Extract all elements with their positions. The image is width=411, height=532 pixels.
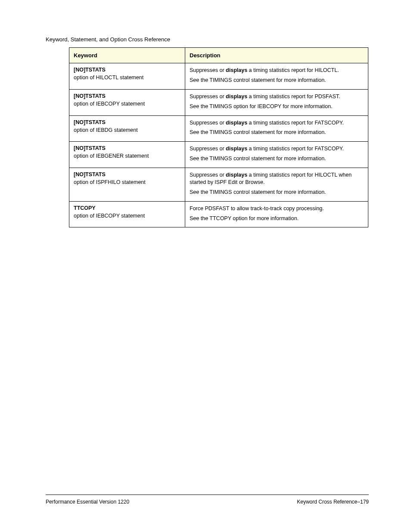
desc-see: See the TIMINGS control statement for mo… bbox=[190, 77, 364, 84]
table-row: [NO]TSTATS option of IEBCOPY statement S… bbox=[69, 89, 368, 115]
table-row: [NO]TSTATS option of IEBDG statement Sup… bbox=[69, 115, 368, 142]
desc-lead: Suppresses or bbox=[190, 93, 226, 100]
keyword-cell: TTCOPY option of IEBCOPY statement bbox=[69, 201, 185, 227]
desc-see: See the TIMINGS control statement for mo… bbox=[190, 155, 364, 162]
footer-page-label: Keyword Cross Reference–179 bbox=[297, 499, 369, 505]
page-header: Keyword, Statement, and Option Cross Ref… bbox=[46, 36, 170, 43]
desc-rest: Force PDSFAST to allow track-to-track co… bbox=[190, 205, 324, 212]
keyword-name: [NO]TSTATS bbox=[74, 67, 106, 73]
keyword-name: [NO]TSTATS bbox=[74, 145, 106, 151]
description-cell: Suppresses or displays a timing statisti… bbox=[185, 89, 368, 115]
keyword-option-of: IEBCOPY statement bbox=[96, 101, 145, 107]
keyword-name: TTCOPY bbox=[74, 205, 96, 211]
description-cell: Suppresses or displays a timing statisti… bbox=[185, 168, 368, 202]
keyword-option-of: IEBDG statement bbox=[96, 127, 137, 133]
keyword-cell: [NO]TSTATS option of IEBDG statement bbox=[69, 115, 185, 142]
keyword-option-of: IEBCOPY statement bbox=[96, 213, 145, 219]
desc-bold: displays bbox=[226, 67, 247, 73]
desc-lead: Suppresses or bbox=[190, 172, 226, 178]
desc-see: See the TIMINGS option for IEBCOPY for m… bbox=[190, 103, 364, 110]
desc-lead: Suppresses or bbox=[190, 120, 226, 126]
description-cell: Force PDSFAST to allow track-to-track co… bbox=[185, 201, 368, 227]
desc-rest: a timing statistics report for HILOCTL. bbox=[247, 67, 339, 73]
description-cell: Suppresses or displays a timing statisti… bbox=[185, 142, 368, 168]
col-header-description: Description bbox=[185, 48, 368, 63]
desc-rest: a timing statistics report for PDSFAST. bbox=[247, 93, 340, 100]
table-row: [NO]TSTATS option of HILOCTL statement S… bbox=[69, 63, 368, 90]
desc-bold: displays bbox=[226, 172, 247, 178]
col-header-keyword: Keyword bbox=[69, 48, 185, 63]
keyword-cell: [NO]TSTATS option of IEBCOPY statement bbox=[69, 89, 185, 115]
keyword-option-of: IEBGENER statement bbox=[96, 153, 149, 159]
desc-rest: a timing statistics report for FATSCOPY. bbox=[247, 146, 344, 152]
desc-bold: displays bbox=[226, 120, 247, 126]
desc-bold: displays bbox=[226, 93, 247, 100]
desc-lead: Suppresses or bbox=[190, 146, 226, 152]
keyword-name: [NO]TSTATS bbox=[74, 119, 106, 125]
table-row: TTCOPY option of IEBCOPY statement Force… bbox=[69, 201, 368, 227]
desc-rest: a timing statistics report for FATSCOPY. bbox=[247, 120, 344, 126]
footer-product: Performance Essential Version 1220 bbox=[46, 499, 129, 505]
keyword-name: [NO]TSTATS bbox=[74, 93, 106, 99]
table-header-row: Keyword Description bbox=[69, 48, 368, 63]
description-cell: Suppresses or displays a timing statisti… bbox=[185, 63, 368, 90]
keyword-cell: [NO]TSTATS option of HILOCTL statement bbox=[69, 63, 185, 90]
desc-see: See the TIMINGS control statement for mo… bbox=[190, 189, 364, 196]
keyword-option-of: ISPFHILO statement bbox=[96, 179, 145, 185]
table-row: [NO]TSTATS option of ISPFHILO statement … bbox=[69, 168, 368, 202]
desc-see: See the TIMINGS control statement for mo… bbox=[190, 129, 364, 136]
keyword-option-of: HILOCTL statement bbox=[96, 75, 143, 81]
keyword-name: [NO]TSTATS bbox=[74, 171, 106, 177]
desc-see: See the TTCOPY option for more informati… bbox=[190, 215, 364, 222]
desc-lead: Suppresses or bbox=[190, 67, 226, 73]
footer-rule bbox=[46, 495, 369, 495]
keyword-cell: [NO]TSTATS option of ISPFHILO statement bbox=[69, 168, 185, 202]
table-row: [NO]TSTATS option of IEBGENER statement … bbox=[69, 142, 368, 168]
desc-bold: displays bbox=[226, 146, 247, 152]
keyword-cell: [NO]TSTATS option of IEBGENER statement bbox=[69, 142, 185, 168]
keyword-table: Keyword Description [NO]TSTATS option of… bbox=[69, 47, 368, 227]
description-cell: Suppresses or displays a timing statisti… bbox=[185, 115, 368, 142]
